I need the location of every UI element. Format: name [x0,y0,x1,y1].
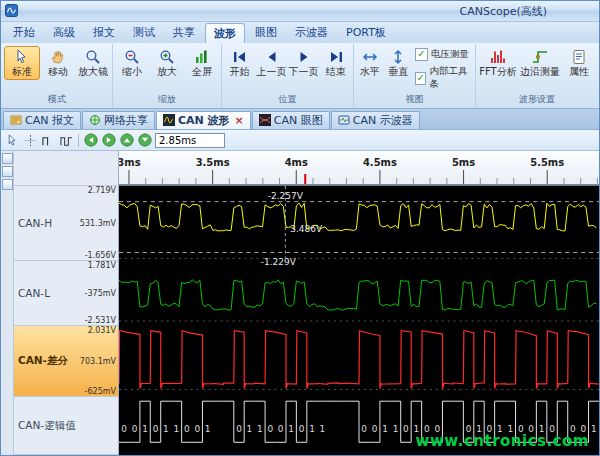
strip-cursor-icon[interactable] [2,153,13,164]
zoom-out-button[interactable]: 缩小 [115,46,149,80]
ribbon-tab-test[interactable]: 测试 [125,23,163,43]
ribbon-tab-share[interactable]: 共享 [165,23,203,43]
zoom-out-icon [124,47,140,66]
ribbon-tab-port[interactable]: PORT板 [338,23,394,43]
can-h-bottom-voltage: -1.656V [85,251,116,260]
channel-panel-header [14,151,118,186]
ribbon-group-view: 水平 垂直 ✓ 电压测量 ✓ 内部工具条 视图 [354,44,476,108]
doc-tab-can-eye[interactable]: CAN 眼图 [252,111,330,129]
doc-tab-network-share[interactable]: 网络共享 [82,111,155,129]
channel-row-can-l[interactable]: 1.781V CAN-L -375mV -2.531V [14,261,118,326]
svg-text:1: 1 [142,425,148,435]
properties-button[interactable]: 属性 [562,46,596,80]
ribbon-tab-advanced[interactable]: 高级 [45,23,83,43]
time-position-input[interactable] [155,133,225,148]
pointer-tool-button[interactable] [4,132,20,148]
double-pulse-measure-tool-button[interactable] [58,132,74,148]
prev-page-button[interactable]: 上一页 [256,46,287,80]
view-checkbox-column: ✓ 电压测量 ✓ 内部工具条 [413,46,473,91]
doc-tab-can-eye-label: CAN 眼图 [274,113,323,128]
doc-tab-can-waveform-label: CAN 波形 [178,113,230,128]
doc-tab-can-waveform[interactable]: CAN 波形 × [156,111,251,129]
ribbon-tab-start[interactable]: 开始 [5,23,43,43]
title-bar[interactable]: CANScope(高线) [1,1,599,22]
move-mode-label: 移动 [48,66,68,79]
channel-panel: 2.719V CAN-H 531.3mV -1.656V 1.781V CAN-… [14,151,119,455]
can-logic-label: CAN-逻辑值 [18,419,76,433]
ribbon-group-zoom: 缩小 放大 全屏 缩放 [113,44,222,108]
vertical-button[interactable]: 垂直 [384,46,411,80]
ribbon-group-wave-settings: FFT分析 边沿测量 属性 波形设置 [476,44,598,108]
pan-up-button[interactable] [119,132,135,148]
properties-label: 属性 [569,66,589,79]
svg-text:1: 1 [257,425,263,435]
zoom-in-button[interactable]: 放大 [150,46,184,80]
can-l-label: CAN-L [18,287,50,299]
pan-left-button[interactable] [83,132,99,148]
app-icon [5,2,18,21]
go-start-icon [232,47,248,66]
doc-tab-can-oscilloscope-label: CAN 示波器 [353,113,413,128]
ribbon-tab-eye[interactable]: 眼图 [247,23,285,43]
inner-tool-strip [1,151,14,455]
move-mode-button[interactable]: 移动 [41,46,75,80]
can-h-mid-voltage: 531.3mV [80,219,116,228]
edge-measure-button[interactable]: 边沿测量 [519,46,561,80]
vertical-label: 垂直 [388,66,408,79]
go-end-button[interactable]: 结束 [320,46,351,80]
svg-text:1: 1 [288,425,294,435]
ribbon-tab-waveform[interactable]: 波形 [205,23,245,43]
svg-text:1: 1 [382,425,388,435]
fft-analysis-button[interactable]: FFT分析 [478,46,518,80]
svg-text:0: 0 [121,425,127,435]
ribbon: 标准 移动 放大镜 模式 缩小 [1,43,599,109]
can-diff-mid-voltage: 703.1mV [80,357,116,366]
channel-row-can-logic[interactable]: CAN-逻辑值 [14,397,118,455]
close-tab-icon[interactable]: × [235,114,244,127]
svg-text:0: 0 [299,425,305,435]
can-diff-top-voltage: 2.031V [88,326,116,335]
svg-text:0: 0 [372,425,378,435]
fullscreen-label: 全屏 [192,66,212,79]
strip-zoom-icon[interactable] [2,179,13,190]
next-page-icon [296,47,312,66]
can-diff-bottom-voltage: -625mV [85,387,116,396]
channel-row-can-h[interactable]: 2.719V CAN-H 531.3mV -1.656V [14,186,118,261]
cursor-line-tool-button[interactable] [22,132,38,148]
svg-text:1: 1 [205,425,211,435]
svg-text:1: 1 [591,425,597,435]
vertical-arrows-icon [390,47,406,66]
go-start-label: 开始 [230,66,250,79]
fullscreen-button[interactable]: 全屏 [185,46,219,80]
next-page-button[interactable]: 下一页 [288,46,319,80]
magnifier-mode-button[interactable]: 放大镜 [76,46,110,80]
waveform-canvas[interactable]: 00101100101100101100110100010110010001-2… [119,186,599,455]
go-start-button[interactable]: 开始 [224,46,255,80]
inner-toolbar-label: 内部工具条 [429,65,471,91]
hand-icon [50,47,66,66]
channel-row-can-diff[interactable]: 2.031V CAN-差分 703.1mV -625mV [14,326,118,397]
ribbon-group-mode: 标准 移动 放大镜 模式 [2,44,113,108]
go-end-label: 结束 [326,66,346,79]
svg-text:3.5ms: 3.5ms [196,157,230,168]
ribbon-tab-message[interactable]: 报文 [85,23,123,43]
window-title: CANScope(高线) [459,4,547,19]
svg-text:4ms: 4ms [285,157,308,168]
pan-down-button[interactable] [137,132,153,148]
strip-measure-icon[interactable] [2,166,13,177]
group-label-position: 位置 [224,93,351,108]
ribbon-tab-oscilloscope[interactable]: 示波器 [287,23,336,43]
pan-right-button[interactable] [101,132,117,148]
svg-text:3.486V: 3.486V [290,224,322,234]
magnifier-icon [85,47,101,66]
inner-toolbar-checkbox[interactable]: ✓ 内部工具条 [415,65,471,91]
doc-tab-can-message[interactable]: CAN 报文 [3,111,81,129]
svg-text:1: 1 [320,425,326,435]
svg-text:0: 0 [278,425,284,435]
standard-mode-button[interactable]: 标准 [4,46,40,80]
horizontal-button[interactable]: 水平 [356,46,383,80]
doc-tab-can-oscilloscope[interactable]: CAN 示波器 [331,111,420,129]
pulse-measure-tool-button[interactable] [40,132,56,148]
voltage-measure-checkbox[interactable]: ✓ 电压测量 [415,48,471,61]
time-ruler[interactable]: 3ms3.5ms4ms4.5ms5ms5.5ms6ms [119,151,599,186]
